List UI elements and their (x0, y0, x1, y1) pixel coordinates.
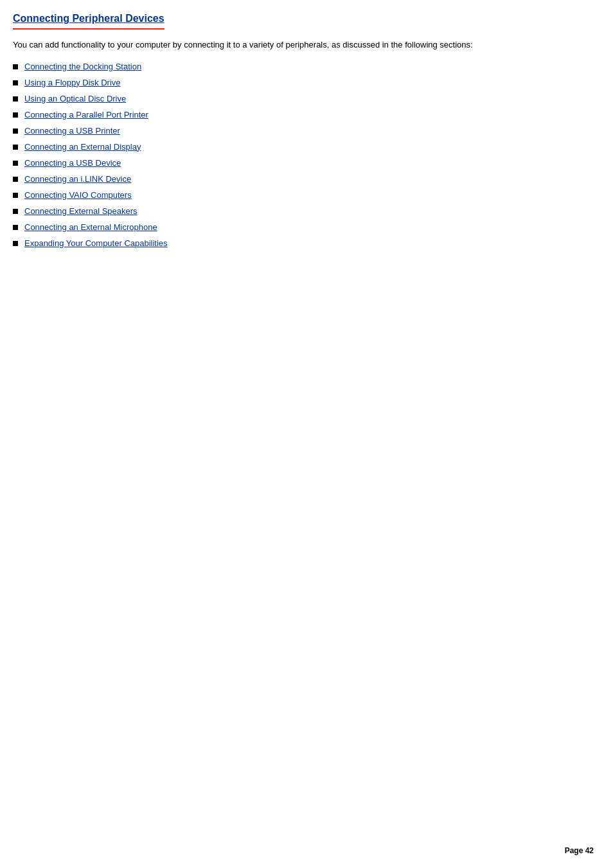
list-item: Connecting External Speakers (13, 206, 559, 216)
list-item: Connecting a Parallel Port Printer (13, 110, 559, 120)
nav-link-docking-station[interactable]: Connecting the Docking Station (24, 62, 141, 71)
nav-link-parallel-printer[interactable]: Connecting a Parallel Port Printer (24, 110, 148, 120)
nav-list: Connecting the Docking StationUsing a Fl… (13, 62, 559, 248)
nav-link-expanding-capabilities[interactable]: Expanding Your Computer Capabilities (24, 238, 168, 248)
bullet-icon (13, 241, 18, 246)
list-item: Using a Floppy Disk Drive (13, 78, 559, 87)
list-item: Connecting the Docking Station (13, 62, 559, 71)
bullet-icon (13, 64, 18, 69)
list-item: Connecting an External Display (13, 142, 559, 152)
nav-link-external-display[interactable]: Connecting an External Display (24, 142, 141, 152)
list-item: Expanding Your Computer Capabilities (13, 238, 559, 248)
bullet-icon (13, 112, 18, 118)
list-item: Connecting a USB Printer (13, 126, 559, 136)
page-title: Connecting Peripheral Devices (13, 13, 164, 30)
bullet-icon (13, 96, 18, 102)
bullet-icon (13, 209, 18, 214)
list-item: Connecting VAIO Computers (13, 190, 559, 200)
list-item: Connecting a USB Device (13, 158, 559, 168)
bullet-icon (13, 177, 18, 182)
nav-link-optical-disc[interactable]: Using an Optical Disc Drive (24, 94, 126, 103)
bullet-icon (13, 128, 18, 134)
nav-link-vaio-computers[interactable]: Connecting VAIO Computers (24, 190, 132, 200)
list-item: Connecting an i.LINK Device (13, 174, 559, 184)
nav-link-floppy-disk[interactable]: Using a Floppy Disk Drive (24, 78, 121, 87)
list-item: Connecting an External Microphone (13, 222, 559, 232)
nav-link-ilink-device[interactable]: Connecting an i.LINK Device (24, 174, 131, 184)
nav-link-usb-printer[interactable]: Connecting a USB Printer (24, 126, 120, 136)
list-item: Using an Optical Disc Drive (13, 94, 559, 103)
nav-link-usb-device[interactable]: Connecting a USB Device (24, 158, 121, 168)
page-container: Connecting Peripheral Devices You can ad… (0, 0, 578, 293)
bullet-icon (13, 193, 18, 198)
bullet-icon (13, 161, 18, 166)
intro-text: You can add functionality to your comput… (13, 39, 559, 51)
nav-link-external-microphone[interactable]: Connecting an External Microphone (24, 222, 157, 232)
nav-link-external-speakers[interactable]: Connecting External Speakers (24, 206, 138, 216)
page-footer: Page 42 (565, 846, 594, 855)
bullet-icon (13, 80, 18, 85)
bullet-icon (13, 225, 18, 230)
bullet-icon (13, 145, 18, 150)
